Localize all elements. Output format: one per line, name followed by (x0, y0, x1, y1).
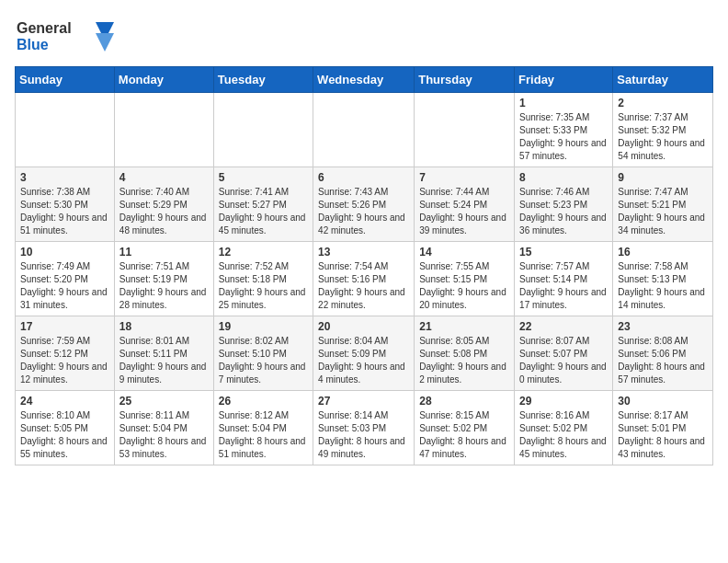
calendar-cell: 4Sunrise: 7:40 AM Sunset: 5:29 PM Daylig… (114, 167, 213, 242)
day-info: Sunrise: 8:07 AM Sunset: 5:07 PM Dayligh… (519, 335, 608, 386)
day-number: 7 (419, 171, 509, 184)
calendar-cell: 12Sunrise: 7:52 AM Sunset: 5:18 PM Dayli… (213, 242, 313, 316)
calendar-cell: 8Sunrise: 7:46 AM Sunset: 5:23 PM Daylig… (515, 167, 613, 242)
weekday-header-sunday: Sunday (16, 67, 115, 93)
weekday-header-wednesday: Wednesday (313, 67, 415, 93)
week-row-1: 1Sunrise: 7:35 AM Sunset: 5:33 PM Daylig… (16, 93, 713, 167)
calendar-cell: 18Sunrise: 8:01 AM Sunset: 5:11 PM Dayli… (114, 316, 213, 391)
day-number: 16 (618, 246, 708, 259)
week-row-5: 24Sunrise: 8:10 AM Sunset: 5:05 PM Dayli… (16, 391, 713, 465)
day-number: 1 (519, 97, 608, 109)
day-info: Sunrise: 7:49 AM Sunset: 5:20 PM Dayligh… (20, 260, 109, 312)
page: General Blue SundayMondayTuesdayWednesda… (0, 0, 728, 475)
svg-marker-3 (96, 33, 114, 52)
day-number: 29 (519, 395, 608, 408)
day-number: 8 (519, 171, 608, 184)
weekday-header-tuesday: Tuesday (213, 67, 313, 93)
calendar-cell: 28Sunrise: 8:15 AM Sunset: 5:02 PM Dayli… (415, 391, 515, 465)
logo-svg: General Blue (15, 15, 116, 55)
calendar-cell: 30Sunrise: 8:17 AM Sunset: 5:01 PM Dayli… (613, 391, 713, 465)
calendar-cell: 9Sunrise: 7:47 AM Sunset: 5:21 PM Daylig… (613, 167, 713, 242)
day-number: 28 (419, 395, 509, 408)
day-info: Sunrise: 8:17 AM Sunset: 5:01 PM Dayligh… (618, 409, 708, 461)
calendar-cell: 7Sunrise: 7:44 AM Sunset: 5:24 PM Daylig… (415, 167, 515, 242)
day-info: Sunrise: 7:52 AM Sunset: 5:18 PM Dayligh… (219, 260, 308, 312)
day-info: Sunrise: 7:54 AM Sunset: 5:16 PM Dayligh… (318, 260, 409, 312)
day-info: Sunrise: 7:43 AM Sunset: 5:26 PM Dayligh… (318, 186, 409, 237)
calendar-cell (313, 93, 415, 167)
calendar-cell: 24Sunrise: 8:10 AM Sunset: 5:05 PM Dayli… (16, 391, 115, 465)
day-info: Sunrise: 8:14 AM Sunset: 5:03 PM Dayligh… (318, 409, 409, 461)
calendar-cell: 2Sunrise: 7:37 AM Sunset: 5:32 PM Daylig… (613, 93, 713, 167)
day-info: Sunrise: 8:05 AM Sunset: 5:08 PM Dayligh… (419, 335, 509, 386)
calendar-table: SundayMondayTuesdayWednesdayThursdayFrid… (15, 66, 713, 465)
weekday-header-thursday: Thursday (415, 67, 515, 93)
day-info: Sunrise: 7:46 AM Sunset: 5:23 PM Dayligh… (519, 186, 608, 237)
day-number: 20 (318, 320, 409, 333)
weekday-header-friday: Friday (515, 67, 613, 93)
calendar-cell: 10Sunrise: 7:49 AM Sunset: 5:20 PM Dayli… (16, 242, 115, 316)
calendar-cell: 1Sunrise: 7:35 AM Sunset: 5:33 PM Daylig… (515, 93, 613, 167)
day-info: Sunrise: 8:15 AM Sunset: 5:02 PM Dayligh… (419, 409, 509, 461)
calendar-cell: 6Sunrise: 7:43 AM Sunset: 5:26 PM Daylig… (313, 167, 415, 242)
day-number: 17 (20, 320, 109, 333)
day-number: 6 (318, 171, 409, 184)
day-info: Sunrise: 7:55 AM Sunset: 5:15 PM Dayligh… (419, 260, 509, 312)
calendar-cell: 17Sunrise: 7:59 AM Sunset: 5:12 PM Dayli… (16, 316, 115, 391)
week-row-4: 17Sunrise: 7:59 AM Sunset: 5:12 PM Dayli… (16, 316, 713, 391)
day-number: 21 (419, 320, 509, 333)
weekday-header-monday: Monday (114, 67, 213, 93)
day-number: 14 (419, 246, 509, 259)
day-info: Sunrise: 7:41 AM Sunset: 5:27 PM Dayligh… (219, 186, 308, 237)
calendar-cell: 20Sunrise: 8:04 AM Sunset: 5:09 PM Dayli… (313, 316, 415, 391)
day-number: 25 (119, 395, 209, 408)
svg-text:General: General (17, 20, 72, 36)
day-info: Sunrise: 7:35 AM Sunset: 5:33 PM Dayligh… (519, 111, 608, 163)
day-info: Sunrise: 7:57 AM Sunset: 5:14 PM Dayligh… (519, 260, 608, 312)
day-number: 11 (119, 246, 209, 259)
day-number: 12 (219, 246, 308, 259)
calendar-cell: 23Sunrise: 8:08 AM Sunset: 5:06 PM Dayli… (613, 316, 713, 391)
weekday-header-row: SundayMondayTuesdayWednesdayThursdayFrid… (16, 67, 713, 93)
day-number: 2 (618, 97, 708, 109)
day-info: Sunrise: 8:02 AM Sunset: 5:10 PM Dayligh… (219, 335, 308, 386)
day-info: Sunrise: 7:47 AM Sunset: 5:21 PM Dayligh… (618, 186, 708, 237)
calendar-cell: 22Sunrise: 8:07 AM Sunset: 5:07 PM Dayli… (515, 316, 613, 391)
day-number: 26 (219, 395, 308, 408)
calendar-cell: 15Sunrise: 7:57 AM Sunset: 5:14 PM Dayli… (515, 242, 613, 316)
day-info: Sunrise: 8:10 AM Sunset: 5:05 PM Dayligh… (20, 409, 109, 461)
logo: General Blue (15, 15, 116, 59)
logo-content: General Blue (15, 15, 116, 59)
day-number: 19 (219, 320, 308, 333)
week-row-2: 3Sunrise: 7:38 AM Sunset: 5:30 PM Daylig… (16, 167, 713, 242)
calendar-cell (415, 93, 515, 167)
day-number: 4 (119, 171, 209, 184)
calendar-cell: 25Sunrise: 8:11 AM Sunset: 5:04 PM Dayli… (114, 391, 213, 465)
calendar-cell: 26Sunrise: 8:12 AM Sunset: 5:04 PM Dayli… (213, 391, 313, 465)
day-number: 30 (618, 395, 708, 408)
calendar-cell (114, 93, 213, 167)
day-number: 24 (20, 395, 109, 408)
day-info: Sunrise: 7:51 AM Sunset: 5:19 PM Dayligh… (119, 260, 209, 312)
week-row-3: 10Sunrise: 7:49 AM Sunset: 5:20 PM Dayli… (16, 242, 713, 316)
day-info: Sunrise: 7:40 AM Sunset: 5:29 PM Dayligh… (119, 186, 209, 237)
calendar-cell: 21Sunrise: 8:05 AM Sunset: 5:08 PM Dayli… (415, 316, 515, 391)
calendar-cell: 27Sunrise: 8:14 AM Sunset: 5:03 PM Dayli… (313, 391, 415, 465)
day-info: Sunrise: 7:37 AM Sunset: 5:32 PM Dayligh… (618, 111, 708, 163)
calendar-cell (16, 93, 115, 167)
day-number: 23 (618, 320, 708, 333)
day-info: Sunrise: 7:38 AM Sunset: 5:30 PM Dayligh… (20, 186, 109, 237)
day-number: 27 (318, 395, 409, 408)
day-info: Sunrise: 7:44 AM Sunset: 5:24 PM Dayligh… (419, 186, 509, 237)
calendar-cell: 5Sunrise: 7:41 AM Sunset: 5:27 PM Daylig… (213, 167, 313, 242)
day-info: Sunrise: 8:16 AM Sunset: 5:02 PM Dayligh… (519, 409, 608, 461)
day-info: Sunrise: 8:11 AM Sunset: 5:04 PM Dayligh… (119, 409, 209, 461)
day-info: Sunrise: 8:04 AM Sunset: 5:09 PM Dayligh… (318, 335, 409, 386)
day-number: 3 (20, 171, 109, 184)
calendar-cell: 13Sunrise: 7:54 AM Sunset: 5:16 PM Dayli… (313, 242, 415, 316)
day-number: 15 (519, 246, 608, 259)
header: General Blue (15, 15, 713, 59)
calendar-cell: 16Sunrise: 7:58 AM Sunset: 5:13 PM Dayli… (613, 242, 713, 316)
weekday-header-saturday: Saturday (613, 67, 713, 93)
day-info: Sunrise: 7:58 AM Sunset: 5:13 PM Dayligh… (618, 260, 708, 312)
